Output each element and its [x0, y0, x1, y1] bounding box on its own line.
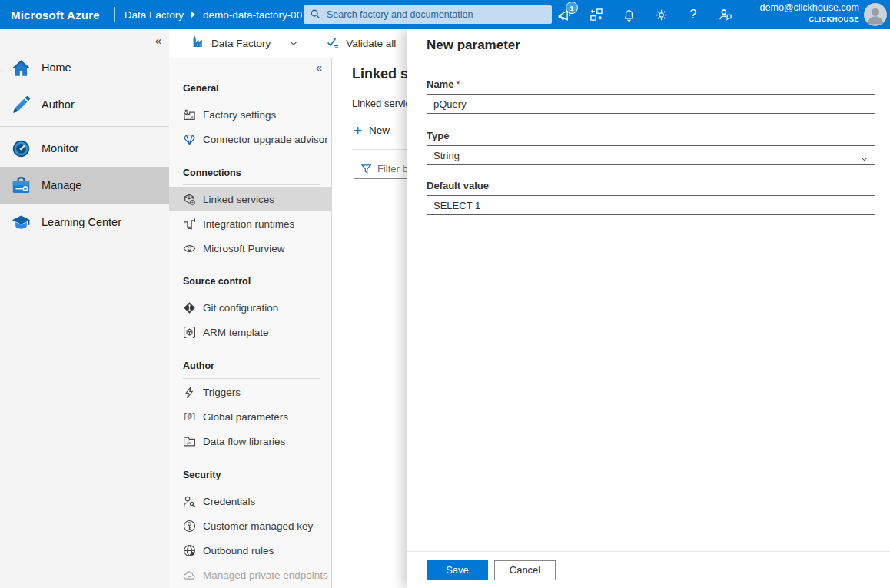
- sidenav-item-integration-runtimes[interactable]: Integration runtimes: [169, 211, 331, 236]
- settings-icon[interactable]: [653, 7, 669, 22]
- microsoft-purview-icon: [183, 242, 196, 255]
- save-button[interactable]: Save: [427, 560, 488, 580]
- sidenav-item-git-configuration[interactable]: Git configuration: [169, 296, 331, 321]
- account-info[interactable]: demo@clickhouse.com CLICKHOUSE: [760, 2, 859, 24]
- topbar-icon-group: 1 ?: [556, 0, 733, 29]
- nav-item-home[interactable]: Home: [0, 49, 169, 86]
- validate-all-icon: [326, 35, 340, 52]
- azure-data-factory-app: Microsoft Azure Data Factory demo-data-f…: [0, 0, 890, 588]
- validate-all-label: Validate all: [346, 38, 396, 49]
- sidenav-item-connector-upgrade-advisor[interactable]: Connector upgrade advisor: [169, 128, 331, 152]
- manage-side-nav: « General Factory settings Connector upg…: [169, 58, 332, 588]
- new-button[interactable]: + New: [354, 123, 390, 138]
- left-nav-collapse-icon[interactable]: «: [155, 34, 161, 47]
- panel-title: New parameter: [427, 38, 890, 53]
- nav-item-learning-center[interactable]: Learning Center: [0, 204, 169, 241]
- help-icon[interactable]: ?: [686, 7, 701, 22]
- sidenav-item-outbound-rules[interactable]: Outbound rules: [169, 538, 331, 563]
- outbound-rules-icon: [183, 544, 196, 557]
- default-value-label: Default value: [427, 180, 890, 191]
- managed-private-endpoints-icon: [183, 569, 196, 582]
- brand-separator: [114, 7, 115, 22]
- azure-brand: Microsoft Azure: [0, 8, 114, 22]
- section-header-source-control: Source control: [183, 276, 320, 294]
- cancel-button[interactable]: Cancel: [494, 560, 556, 580]
- sidenav-item-microsoft-purview[interactable]: Microsoft Purview: [169, 236, 331, 261]
- sidenav-item-credentials[interactable]: Credentials: [169, 489, 331, 513]
- name-label: Name*: [427, 78, 890, 90]
- customer-managed-key-icon: [183, 520, 196, 533]
- breadcrumb-current[interactable]: demo-data-factory-00: [203, 9, 302, 21]
- nav-item-manage[interactable]: Manage: [0, 167, 169, 204]
- section-header-author: Author: [183, 360, 320, 379]
- panel-footer: Save Cancel: [407, 551, 890, 588]
- section-header-general: General: [183, 83, 320, 101]
- feedback-icon[interactable]: [718, 7, 733, 22]
- chevron-down-icon[interactable]: [289, 37, 298, 51]
- switch-directory-icon[interactable]: [589, 7, 604, 22]
- credentials-icon: [183, 495, 196, 508]
- notifications-icon[interactable]: [621, 7, 636, 22]
- connector-upgrade-advisor-icon: [183, 133, 196, 146]
- global-parameters-icon: [@]: [183, 410, 196, 424]
- left-nav: « Home Author Monitor: [0, 29, 169, 588]
- sidenav-item-managed-private-endpoints: Managed private endpoints: [169, 563, 331, 587]
- author-icon: [11, 95, 32, 115]
- manage-icon: [11, 175, 32, 196]
- new-parameter-panel: New parameter Name* Type Default value S…: [407, 29, 890, 588]
- integration-runtimes-icon: [183, 218, 196, 231]
- name-field[interactable]: [427, 94, 875, 114]
- notification-badge: 1: [566, 2, 578, 14]
- monitor-icon: [11, 138, 32, 159]
- sidenav-item-factory-settings[interactable]: Factory settings: [169, 103, 331, 128]
- sidenav-item-customer-managed-key[interactable]: Customer managed key: [169, 513, 331, 538]
- section-header-connections: Connections: [183, 168, 320, 186]
- validate-all-button[interactable]: Validate all: [326, 35, 396, 52]
- search-input[interactable]: [304, 5, 552, 24]
- account-email: demo@clickhouse.com: [760, 2, 859, 15]
- account-org: CLICKHOUSE: [760, 15, 859, 24]
- sidenav-item-data-flow-libraries[interactable]: fx Data flow libraries: [169, 430, 331, 454]
- sidenav-item-linked-services[interactable]: Linked services: [169, 187, 331, 211]
- type-select[interactable]: [427, 145, 875, 165]
- triggers-icon: [183, 386, 196, 399]
- breadcrumb-root[interactable]: Data Factory: [125, 9, 184, 21]
- linked-services-icon: [183, 193, 196, 206]
- data-factory-label: Data Factory: [211, 38, 271, 49]
- filter-funnel-icon: [360, 163, 372, 178]
- avatar[interactable]: [864, 3, 887, 26]
- nav-divider: [0, 126, 169, 127]
- announcements-icon[interactable]: 1: [556, 7, 572, 22]
- home-icon: [11, 58, 32, 78]
- side-nav-collapse-icon[interactable]: «: [316, 61, 322, 74]
- section-header-security: Security: [183, 470, 320, 488]
- nav-item-monitor[interactable]: Monitor: [0, 130, 169, 167]
- breadcrumb-arrow-icon: [191, 12, 195, 18]
- plus-icon: +: [354, 123, 362, 138]
- factory-settings-icon: [183, 108, 196, 121]
- top-bar: Microsoft Azure Data Factory demo-data-f…: [0, 0, 890, 29]
- data-factory-icon: [192, 35, 205, 51]
- type-label: Type: [427, 130, 890, 141]
- sidenav-item-triggers[interactable]: Triggers: [169, 380, 331, 405]
- learning-center-icon: [11, 212, 32, 233]
- arm-template-icon: [183, 326, 196, 339]
- sidenav-item-arm-template[interactable]: ARM template: [169, 321, 331, 345]
- sidenav-item-global-parameters[interactable]: [@] Global parameters: [169, 405, 331, 430]
- git-configuration-icon: [183, 301, 196, 314]
- required-asterisk: *: [456, 78, 460, 90]
- data-flow-libraries-icon: fx: [183, 435, 196, 448]
- data-factory-selector[interactable]: Data Factory: [192, 35, 271, 51]
- nav-item-author[interactable]: Author: [0, 86, 169, 123]
- default-value-field[interactable]: [427, 195, 875, 215]
- type-select-wrap: [427, 145, 875, 165]
- svg-text:fx: fx: [187, 440, 191, 445]
